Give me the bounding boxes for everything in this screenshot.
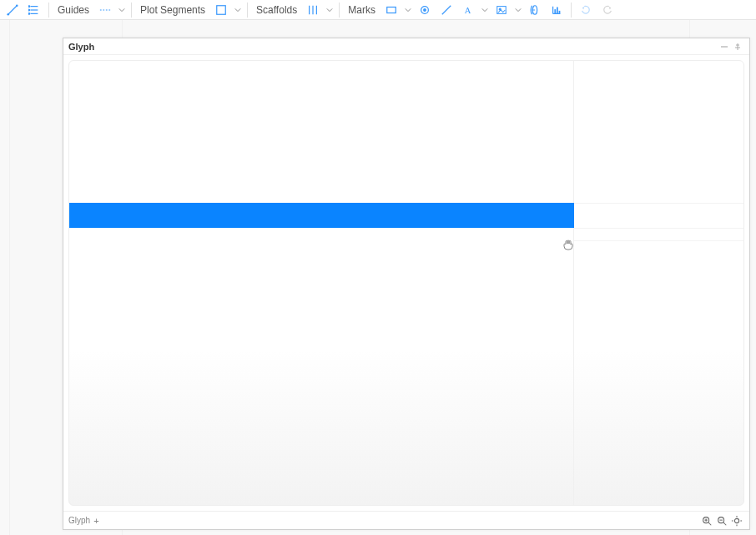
glyph-panel: Glyph Glyph + — [63, 38, 750, 530]
mark-symbol-icon[interactable] — [416, 2, 434, 18]
legend-tool-icon[interactable] — [25, 2, 43, 18]
guides-group-label: Guides — [54, 4, 93, 16]
mark-image-dropdown-icon[interactable] — [514, 2, 522, 18]
toolbar-divider — [247, 3, 248, 18]
panel-pin-icon[interactable] — [731, 40, 744, 53]
svg-line-16 — [442, 5, 451, 14]
glyph-rectangle-mark[interactable] — [69, 203, 574, 228]
mark-icon-tool-icon[interactable] — [526, 2, 544, 18]
glyph-panel-footer: Glyph + — [63, 511, 749, 529]
svg-rect-21 — [554, 9, 556, 13]
glyph-panel-header: Glyph — [63, 38, 749, 55]
mark-line-icon[interactable] — [437, 2, 456, 18]
undo-button[interactable] — [577, 2, 595, 18]
svg-rect-22 — [557, 7, 558, 13]
add-glyph-icon[interactable]: + — [93, 516, 98, 526]
scaffolds-dropdown-icon[interactable] — [325, 2, 334, 18]
svg-rect-13 — [387, 7, 396, 13]
zoom-in-icon[interactable] — [699, 513, 714, 528]
mark-image-icon[interactable] — [492, 2, 511, 18]
toolbar: Guides Plot Segments Scaffolds Marks A — [0, 0, 756, 20]
toolbar-divider — [571, 3, 572, 18]
svg-point-7 — [28, 13, 30, 14]
glyph-canvas[interactable] — [68, 60, 744, 506]
svg-line-26 — [708, 522, 712, 525]
glyph-horizontal-guide — [574, 203, 743, 204]
svg-point-6 — [28, 9, 30, 11]
plot-segments-dropdown-icon[interactable] — [234, 2, 242, 18]
link-tool-icon[interactable] — [3, 2, 22, 18]
svg-rect-23 — [559, 10, 561, 13]
svg-point-1 — [16, 4, 18, 7]
plot-segments-group-label: Plot Segments — [137, 4, 209, 16]
marks-group-label: Marks — [345, 4, 379, 16]
glyph-panel-title: Glyph — [68, 42, 94, 52]
svg-point-32 — [734, 518, 738, 522]
svg-point-0 — [7, 13, 9, 15]
glyph-horizontal-guide — [574, 228, 743, 229]
toolbar-divider — [131, 3, 132, 18]
panel-minimize-icon[interactable] — [718, 40, 731, 53]
svg-line-30 — [723, 522, 727, 525]
redo-button[interactable] — [598, 2, 617, 18]
glyph-footer-tab[interactable]: Glyph + — [68, 516, 99, 526]
toolbar-divider — [339, 3, 340, 18]
guide-horizontal-icon[interactable] — [96, 2, 114, 18]
mark-rectangle-icon[interactable] — [382, 2, 401, 18]
toolbar-divider — [48, 3, 49, 18]
svg-text:A: A — [465, 5, 471, 14]
glyph-vertical-guide — [573, 61, 574, 505]
scaffolds-group-label: Scaffolds — [253, 4, 300, 16]
mark-text-dropdown-icon[interactable] — [481, 2, 489, 18]
svg-point-15 — [424, 8, 426, 11]
pan-cursor-icon — [562, 238, 575, 251]
mark-text-icon[interactable]: A — [459, 2, 477, 18]
guides-dropdown-icon[interactable] — [118, 2, 126, 18]
svg-point-5 — [28, 5, 30, 7]
mark-data-axis-icon[interactable] — [547, 2, 566, 18]
glyph-footer-tab-label: Glyph — [68, 516, 90, 525]
svg-rect-9 — [217, 5, 226, 14]
scaffold-columns-icon[interactable] — [304, 2, 322, 18]
glyph-horizontal-guide — [574, 240, 743, 241]
zoom-fit-icon[interactable] — [729, 513, 744, 528]
mark-rectangle-dropdown-icon[interactable] — [404, 2, 412, 18]
zoom-out-icon[interactable] — [714, 513, 729, 528]
region-2d-icon[interactable] — [212, 2, 230, 18]
